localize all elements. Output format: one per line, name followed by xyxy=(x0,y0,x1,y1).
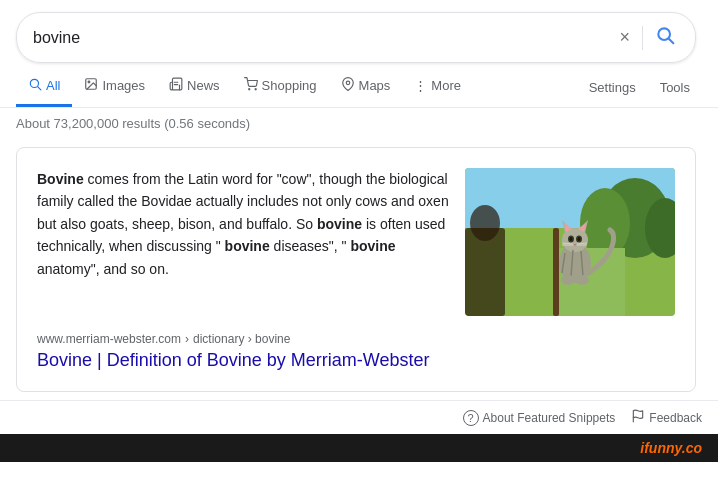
tab-shopping-label: Shopping xyxy=(262,78,317,93)
source-path: dictionary › bovine xyxy=(193,332,290,346)
svg-point-5 xyxy=(89,81,91,83)
tab-shopping[interactable]: Shopping xyxy=(232,67,329,107)
svg-point-38 xyxy=(575,275,589,285)
svg-point-9 xyxy=(248,89,249,90)
svg-point-27 xyxy=(570,237,573,241)
snippet-text-part-4: anatomy", and so on. xyxy=(37,261,169,277)
ifunny-logo-text: ifunny xyxy=(640,440,681,456)
svg-point-40 xyxy=(470,205,500,241)
snippet-image xyxy=(465,168,675,316)
tab-news-label: News xyxy=(187,78,220,93)
search-clear-button[interactable]: × xyxy=(615,23,634,52)
news-tab-icon xyxy=(169,77,183,94)
snippet-content: Bovine comes from the Latin word for "co… xyxy=(37,168,675,316)
search-header: × xyxy=(0,0,718,63)
question-icon: ? xyxy=(463,410,479,426)
search-input[interactable] xyxy=(33,29,615,47)
svg-point-10 xyxy=(255,89,256,90)
snippet-word-bovine-2: bovine xyxy=(317,216,362,232)
source-breadcrumb: www.merriam-webster.com › dictionary › b… xyxy=(37,332,675,346)
ifunny-logo-suffix: .co xyxy=(682,440,702,456)
snippet-word-bovine-1: Bovine xyxy=(37,171,84,187)
tab-images[interactable]: Images xyxy=(72,67,157,107)
tab-maps[interactable]: Maps xyxy=(329,67,403,107)
snippet-word-bovine-4: bovine xyxy=(350,238,395,254)
close-icon: × xyxy=(619,27,630,48)
search-divider xyxy=(642,26,643,50)
tab-news[interactable]: News xyxy=(157,67,232,107)
search-submit-button[interactable] xyxy=(651,21,679,54)
tab-maps-label: Maps xyxy=(359,78,391,93)
svg-rect-39 xyxy=(465,228,505,316)
svg-point-11 xyxy=(346,81,350,85)
svg-point-37 xyxy=(561,275,575,285)
svg-point-28 xyxy=(578,237,581,241)
more-tab-icon: ⋮ xyxy=(414,78,427,93)
nav-tabs: All Images News Shopping Maps ⋮ More Set… xyxy=(0,67,718,108)
about-snippets-link[interactable]: ? About Featured Snippets xyxy=(463,410,616,426)
results-summary: About 73,200,000 results (0.56 seconds) xyxy=(0,108,718,139)
tab-more-label: More xyxy=(431,78,461,93)
source-domain: www.merriam-webster.com xyxy=(37,332,181,346)
about-snippets-label: About Featured Snippets xyxy=(483,411,616,425)
svg-point-15 xyxy=(580,188,630,258)
snippet-text-part-3: diseases", " xyxy=(274,238,347,254)
feedback-link[interactable]: Feedback xyxy=(631,409,702,426)
feedback-label: Feedback xyxy=(649,411,702,425)
search-icon xyxy=(655,25,675,50)
snippet-word-bovine-3: bovine xyxy=(225,238,270,254)
all-tab-icon xyxy=(28,77,42,94)
maps-tab-icon xyxy=(341,77,355,94)
featured-snippet-card: Bovine comes from the Latin word for "co… xyxy=(16,147,696,392)
settings-link[interactable]: Settings xyxy=(577,70,648,105)
snippet-link[interactable]: Bovine | Definition of Bovine by Merriam… xyxy=(37,350,675,371)
shopping-tab-icon xyxy=(244,77,258,94)
search-bar: × xyxy=(16,12,696,63)
tab-all-label: All xyxy=(46,78,60,93)
ifunny-footer: ifunny.co xyxy=(0,434,718,462)
images-tab-icon xyxy=(84,77,98,94)
snippet-source: www.merriam-webster.com › dictionary › b… xyxy=(37,332,675,371)
source-separator: › xyxy=(185,332,189,346)
svg-rect-18 xyxy=(553,228,559,316)
tab-images-label: Images xyxy=(102,78,145,93)
tab-more[interactable]: ⋮ More xyxy=(402,68,473,106)
svg-line-1 xyxy=(669,39,674,44)
flag-icon xyxy=(631,409,645,426)
bottom-bar: ? About Featured Snippets Feedback xyxy=(0,400,718,434)
tab-all[interactable]: All xyxy=(16,67,72,107)
tools-link[interactable]: Tools xyxy=(648,70,702,105)
svg-line-3 xyxy=(38,87,41,90)
snippet-text: Bovine comes from the Latin word for "co… xyxy=(37,168,449,316)
ifunny-logo: ifunny.co xyxy=(640,440,702,456)
